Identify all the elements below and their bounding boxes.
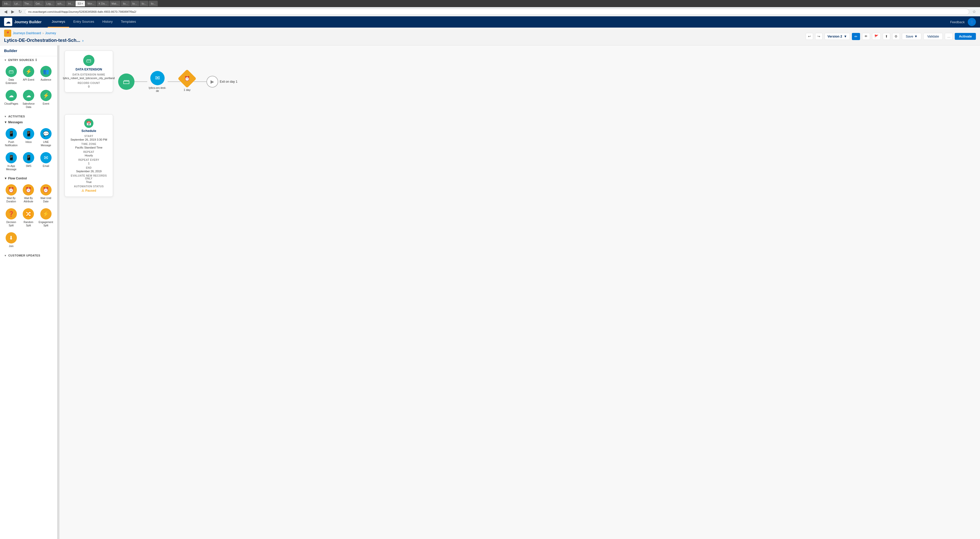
bookmark-icon[interactable]: ☆ [971,9,977,14]
save-button[interactable]: Save ▼ [902,33,921,40]
canvas-area[interactable]: 🗃 DATA EXTENSION DATA EXTENSION NAME lyt… [59,45,980,539]
sidebar-item-engagement-split[interactable]: ⚡ Engagement Split [38,206,54,229]
browser-tab[interactable]: Lyt... [12,1,22,6]
browser-tab[interactable]: lio... [149,1,158,6]
sidebar-item-data-extension[interactable]: 🗃 Data Extension [3,64,19,87]
customer-updates-section[interactable]: ▼ Customer Updates [0,252,57,258]
inbox-icon: 📱 [23,128,34,139]
collapse-icon: ▼ [4,59,6,62]
decision-split-label: Decision Split [4,221,18,227]
sub-header: 📍 Journeys Dashboard › Journey Lytics-DE… [0,27,980,45]
browser-tab[interactable]: Log... [45,1,55,6]
sched-tz-label: TIME ZONE [81,143,97,145]
main-layout: Builder ▼ ENTRY SOURCES ℹ 🗃 Data Extensi… [0,45,980,539]
validate-button[interactable]: Validate [923,33,943,40]
activities-section[interactable]: ▼ ACTIVITIES [0,113,57,119]
node-data-extension-circle[interactable]: 🗃 [118,73,135,90]
sidebar-item-push-notification[interactable]: 📱 Push Notification [3,126,19,149]
breadcrumb-root[interactable]: Journeys Dashboard [13,32,41,35]
sidebar-item-api-event[interactable]: ⚡ API Event [21,64,37,87]
nav-item-journeys[interactable]: Journeys [48,16,69,27]
warning-icon: ⚠ [81,189,84,192]
email-icon: ✉ [40,152,52,163]
preview-button[interactable]: 👁 [862,33,870,40]
version-select[interactable]: Version 2 ▼ [824,33,850,40]
browser-tab-active[interactable]: S3 × [76,1,85,6]
journey-flow: 🗃 ✉ lytics-orc-test-de ⏰ [118,71,237,92]
sidebar-item-wait-until-date[interactable]: ⏰ Wait Until Date [38,182,54,205]
entry-sources-info: ℹ [35,58,37,62]
nav-item-history[interactable]: History [98,16,117,27]
field-value-de-name: lytics_robert_test_lyticscom_city_portla… [63,76,115,79]
node-exit-circle[interactable]: ▶ [207,76,218,87]
data-extension-panel-icon: 🗃 [83,55,94,66]
node-email[interactable]: ✉ lytics-orc-test-de [147,71,168,92]
sidebar-item-cloudpages[interactable]: ☁ CloudPages [3,88,19,111]
node-email-circle[interactable]: ✉ [150,71,165,85]
browser-tab[interactable]: lio... [140,1,148,6]
more-actions-button[interactable]: … [945,33,953,40]
app-logo-icon: ☁ [4,18,12,26]
browser-tab[interactable]: Wor... [86,1,96,6]
sched-repeat-label: REPEAT [83,151,94,153]
browser-tab[interactable]: lio... [121,1,130,6]
sidebar-item-salesforce-data[interactable]: ☁ Salesforce Data [21,88,37,111]
random-split-icon: 🔀 [23,208,34,219]
edit-pencil-button[interactable]: ✏ [852,33,860,40]
browser-tab[interactable]: Inb... [2,1,12,6]
messages-subsection[interactable]: ▼ Messages [0,119,57,125]
messages-collapse-icon: ▼ [4,121,7,124]
refresh-button[interactable]: ↻ [18,9,23,14]
browser-tab[interactable]: Int... [66,1,75,6]
sidebar-item-random-split[interactable]: 🔀 Random Split [21,206,37,229]
node-wait-circle[interactable]: ⏰ [178,69,197,88]
resize-handle[interactable] [57,45,59,539]
undo-button[interactable]: ↩ [806,33,813,40]
entry-sources-section[interactable]: ▼ ENTRY SOURCES ℹ [0,56,57,63]
user-avatar[interactable]: 👤 [968,18,976,26]
node-exit[interactable]: ▶ Exit on day 1 [207,76,237,87]
sidebar-item-in-app-message[interactable]: 📱 In-App Message [3,150,19,173]
redo-button[interactable]: ↪ [815,33,822,40]
settings-button[interactable]: ⚙ [892,33,900,40]
sidebar-item-line-message[interactable]: 💬 LINE Message [38,126,54,149]
browser-tab[interactable]: Mak... [110,1,121,6]
browser-tab[interactable]: Get... [33,1,44,6]
breadcrumb-child[interactable]: Journey [45,32,56,35]
sidebar-item-wait-by-duration[interactable]: ⏰ Wait By Duration [3,182,19,205]
engagement-split-label: Engagement Split [38,221,53,227]
activities-label: ACTIVITIES [8,115,25,118]
activate-button[interactable]: Activate [955,33,976,40]
flow-control-subsection[interactable]: ▼ Flow Control [0,175,57,181]
feedback-button[interactable]: Feedback [950,20,965,24]
browser-tab[interactable]: lio... [130,1,139,6]
browser-tab[interactable]: The... [22,1,33,6]
export-button[interactable]: ⬆ [883,33,890,40]
browser-tab[interactable]: K Dis... [97,1,109,6]
wait-by-attribute-icon: ⏰ [23,184,34,196]
sidebar-item-sms[interactable]: 📱 SMS [21,150,37,173]
sidebar-item-wait-by-attribute[interactable]: ⏰ Wait By Attribute [21,182,37,205]
node-data-extension[interactable]: 🗃 [118,73,135,90]
back-button[interactable]: ◀ [3,9,8,14]
sidebar-item-decision-split[interactable]: ❓ Decision Split [3,206,19,229]
schedule-panel[interactable]: 📅 Schedule START September 26, 2019 3:30… [65,114,113,197]
sidebar-item-email[interactable]: ✉ Email [38,150,54,173]
browser-tab[interactable]: sch... [56,1,65,6]
sched-evaluate-value: True [86,180,92,183]
field-label-de-name: DATA EXTENSION NAME [73,73,105,76]
toolbar: ↩ ↪ Version 2 ▼ ✏ 👁 🚩 ⬆ ⚙ Save ▼ Validat… [806,33,976,40]
journey-icon: 📍 [4,30,11,37]
audience-icon: 👥 [40,66,52,77]
nav-item-entry-sources[interactable]: Entry Sources [69,16,98,27]
sidebar-item-event[interactable]: ⚡ Event [38,88,54,111]
node-wait[interactable]: ⏰ 1 day [180,72,194,91]
sidebar-item-inbox[interactable]: 📱 Inbox [21,126,37,149]
sidebar-item-audience[interactable]: 👥 Audience [38,64,54,87]
flag-button[interactable]: 🚩 [872,33,881,40]
url-bar[interactable]: mc.exacttarget.com/cloud//#app/Journey/5… [25,9,969,15]
nav-item-templates[interactable]: Templates [117,16,140,27]
data-extension-panel[interactable]: 🗃 DATA EXTENSION DATA EXTENSION NAME lyt… [65,51,113,92]
forward-button[interactable]: ▶ [10,9,15,14]
sidebar-item-join[interactable]: ⬇ Join [3,230,19,250]
